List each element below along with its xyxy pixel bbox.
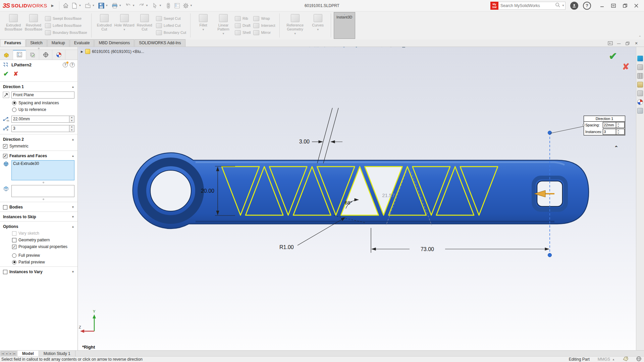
zoom-to-area-button[interactable] <box>313 47 321 49</box>
undo-button[interactable]: ▼ <box>124 1 137 10</box>
direction1-reference-field[interactable] <box>11 92 74 99</box>
options-section-header[interactable]: Options▲ <box>0 223 77 230</box>
taskpane-design-library-icon[interactable] <box>637 73 643 79</box>
taskpane-home-icon[interactable] <box>637 56 643 61</box>
linear-pattern-button[interactable]: Linear Pattern▼ <box>213 12 233 39</box>
swept-boss-button[interactable]: Swept Boss/Base <box>45 15 87 22</box>
instances-to-vary-section-header[interactable]: Instances to Vary▼ <box>0 268 77 275</box>
chevron-down-icon[interactable]: ▼ <box>294 32 297 36</box>
spacing-instances-radio[interactable]: Spacing and instances <box>0 100 77 106</box>
callout-spacing-input[interactable] <box>603 122 616 128</box>
open-button[interactable]: ▼ <box>84 1 97 10</box>
touch-mode-button[interactable] <box>164 1 172 10</box>
panel-splitter[interactable] <box>0 47 77 50</box>
intersect-button[interactable]: Intersect <box>253 22 275 29</box>
new-document-button[interactable]: ▼ <box>70 1 83 10</box>
redo-button[interactable]: ▼ <box>138 1 150 10</box>
home-button[interactable] <box>62 1 70 10</box>
revolved-boss-button[interactable]: Revolved Boss/Base <box>23 12 44 39</box>
partial-preview-radio[interactable]: Partial preview <box>0 259 77 265</box>
callout-instances-input[interactable] <box>603 129 616 134</box>
span-displays-button[interactable] <box>608 1 619 10</box>
rib-button[interactable]: Rib <box>235 15 251 22</box>
shell-button[interactable]: Shell <box>235 29 251 36</box>
dimension-width[interactable]: 3.00 <box>299 108 342 163</box>
property-manager-tab[interactable] <box>13 50 26 60</box>
boundary-cut-button[interactable]: Boundary Cut <box>156 29 186 36</box>
close-button[interactable] <box>631 1 642 10</box>
reverse-direction-button[interactable]: ⌃ <box>614 145 619 151</box>
symmetric-checkbox[interactable]: ✓ Symmetric <box>0 143 77 149</box>
chevron-down-icon[interactable]: ▼ <box>78 4 81 7</box>
restore-button[interactable] <box>619 1 631 10</box>
apply-scene-button[interactable]: ▼ <box>387 47 398 49</box>
boundary-boss-button[interactable]: Boundary Boss/Base <box>45 29 87 36</box>
chevron-down-icon[interactable]: ▼ <box>105 4 108 7</box>
extruded-boss-button[interactable]: Extruded Boss/Base <box>3 12 23 39</box>
user-account-icon[interactable] <box>570 2 578 10</box>
construction-endpoint[interactable] <box>548 131 552 135</box>
reference-geometry-button[interactable]: Reference Geometry▼ <box>282 12 308 39</box>
minimize-button[interactable] <box>596 1 608 10</box>
extruded-cut-button[interactable]: Extruded Cut <box>94 12 114 39</box>
cancel-button[interactable]: ✘ <box>13 70 18 77</box>
section-view-button[interactable] <box>331 47 339 49</box>
feature-tree-item[interactable]: ▶ 60191001 (60191001) <Blu... <box>81 49 144 54</box>
callout-spacing-stepper[interactable]: ▲▼ <box>616 122 620 128</box>
taskpane-appearances-icon[interactable] <box>637 99 643 105</box>
wrap-button[interactable]: Wrap <box>253 15 275 22</box>
instances-field[interactable] <box>11 125 69 132</box>
spacing-stepper[interactable]: ▲▼ <box>69 116 74 123</box>
curves-button[interactable]: Curves▼ <box>308 12 328 39</box>
last-tab-icon[interactable]: ▶| <box>13 351 16 356</box>
mirror-button[interactable]: Mirror <box>253 29 275 36</box>
menu-expander-icon[interactable]: ▶ <box>51 4 57 7</box>
feature-manager-tab[interactable] <box>0 50 13 60</box>
taskpane-custom-properties-icon[interactable] <box>637 108 643 114</box>
chevron-down-icon[interactable]: ▼ <box>562 4 565 7</box>
instant3d-button[interactable]: Instant3D <box>334 12 355 39</box>
zoom-to-fit-button[interactable] <box>304 47 312 49</box>
revolved-cut-button[interactable]: Revolved Cut <box>135 12 155 39</box>
chevron-down-icon[interactable]: ▼ <box>190 4 193 7</box>
confirmation-cancel-button[interactable]: ✘ <box>622 62 634 72</box>
swept-cut-button[interactable]: Swept Cut <box>156 15 186 22</box>
up-to-reference-radio[interactable]: Up to reference <box>0 106 77 113</box>
list-resize-handle[interactable] <box>43 182 44 183</box>
construction-endpoint[interactable] <box>548 253 552 257</box>
list-item[interactable]: Cut-Extrude30 <box>13 161 73 166</box>
ok-button[interactable]: ✔ <box>3 70 9 78</box>
view-settings-button[interactable]: ▼ <box>399 47 412 49</box>
tab-evaluate[interactable]: Evaluate <box>70 39 94 47</box>
taskpane-view-palette-icon[interactable] <box>637 90 643 96</box>
geometry-pattern-checkbox[interactable]: Geometry pattern <box>0 237 77 243</box>
graphics-viewport[interactable]: 3.00 20.00 68° 21.57 R1.00 <box>78 47 636 350</box>
next-tab-icon[interactable]: ▶ <box>9 351 12 356</box>
chevron-down-icon[interactable]: ▼ <box>202 28 205 32</box>
hole-wizard-button[interactable]: Hole Wizard▼ <box>114 12 135 39</box>
chevron-down-icon[interactable]: ▼ <box>92 4 95 7</box>
instances-stepper[interactable]: ▲▼ <box>69 125 74 132</box>
dimxpert-manager-tab[interactable] <box>39 50 52 60</box>
display-manager-tab[interactable] <box>52 50 65 60</box>
tag-icon[interactable] <box>623 357 628 362</box>
lofted-boss-button[interactable]: Lofted Boss/Base <box>45 22 87 29</box>
dimension-length[interactable]: 73.00 <box>371 228 549 253</box>
motion-study-tab[interactable]: Motion Study 1 <box>39 351 75 356</box>
model-tab[interactable]: Model <box>17 351 39 356</box>
save-button[interactable]: ▼ <box>97 1 110 10</box>
first-tab-icon[interactable]: |◀ <box>1 351 4 356</box>
features-faces-section-header[interactable]: ✓ Features and Faces▲ <box>0 152 77 159</box>
bodies-section-header[interactable]: Bodies▼ <box>0 203 77 210</box>
select-button[interactable]: ▼ <box>151 1 164 10</box>
whats-new-help-icon[interactable]: ?✱ <box>63 62 68 67</box>
chevron-down-icon[interactable]: ▼ <box>317 28 319 32</box>
display-style-button[interactable]: ▼ <box>352 47 364 49</box>
chevron-down-icon[interactable]: ▼ <box>123 28 126 32</box>
globe-icon[interactable] <box>636 356 641 362</box>
tab-markup[interactable]: Markup <box>47 39 69 47</box>
tab-sketch[interactable]: Sketch <box>26 39 47 47</box>
doc-minimize-icon[interactable]: — <box>614 40 623 47</box>
tab-mbd-dimensions[interactable]: MBD Dimensions <box>94 39 134 47</box>
full-preview-radio[interactable]: Full preview <box>0 252 77 259</box>
